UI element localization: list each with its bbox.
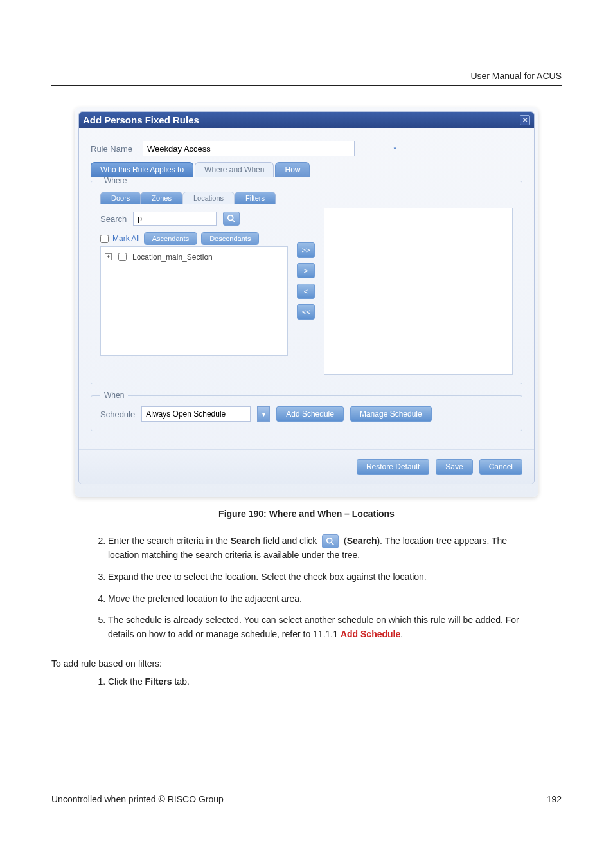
- close-icon[interactable]: ✕: [520, 115, 530, 125]
- schedule-select[interactable]: [141, 406, 251, 422]
- step-3: Expand the tree to select the location. …: [108, 570, 538, 584]
- tree-item-checkbox[interactable]: [118, 253, 127, 261]
- tab-how[interactable]: How: [275, 162, 310, 177]
- svg-point-2: [327, 538, 332, 543]
- where-inner-tabs: Doors Zones Locations Filters: [100, 192, 513, 204]
- schedule-label: Schedule: [100, 410, 135, 419]
- restore-default-button[interactable]: Restore Default: [357, 459, 429, 475]
- move-right-button[interactable]: >: [297, 263, 315, 278]
- inner-tab-filters[interactable]: Filters: [235, 192, 276, 204]
- body-text: To add rule based on filters:: [51, 658, 538, 669]
- tree-item[interactable]: + Location_main_Section: [105, 251, 283, 263]
- step-4: Move the preferred location to the adjac…: [108, 592, 538, 606]
- required-mark: *: [393, 144, 396, 154]
- search-button[interactable]: [223, 212, 240, 226]
- expand-icon[interactable]: +: [105, 253, 112, 260]
- inner-tab-doors[interactable]: Doors: [100, 192, 141, 204]
- manage-schedule-button[interactable]: Manage Schedule: [350, 406, 432, 422]
- move-buttons-column: >> > < <<: [297, 208, 315, 375]
- selected-locations-box[interactable]: [324, 208, 513, 375]
- search-input[interactable]: [133, 212, 217, 226]
- save-button[interactable]: Save: [436, 459, 472, 475]
- cancel-button[interactable]: Cancel: [479, 459, 522, 475]
- steps2-item-1: Click the Filters tab.: [108, 675, 538, 689]
- page-header-right: User Manual for ACUS: [51, 71, 562, 86]
- tab-who[interactable]: Who this Rule Applies to: [91, 162, 193, 177]
- tab-where-when[interactable]: Where and When: [195, 162, 274, 177]
- steps2-list: Click the Filters tab.: [90, 675, 538, 689]
- where-legend: Where: [100, 176, 130, 185]
- move-all-right-button[interactable]: >>: [297, 242, 315, 258]
- when-fieldset: When Schedule ▾ Add Schedule Manage Sche…: [91, 391, 522, 431]
- figure-caption: Figure 190: Where and When – Locations: [51, 509, 562, 519]
- move-left-button[interactable]: <: [297, 284, 315, 299]
- chevron-down-icon: ▾: [262, 411, 265, 418]
- ascendants-button[interactable]: Ascendants: [144, 232, 197, 245]
- tree-item-label: Location_main_Section: [132, 253, 213, 262]
- mark-all-checkbox[interactable]: [100, 235, 109, 243]
- page-number: 192: [547, 794, 562, 804]
- dialog-titlebar: Add Persons Fixed Rules ✕: [79, 112, 534, 128]
- footer-left: Uncontrolled when printed © RISCO Group: [51, 794, 224, 804]
- where-fieldset: Where Doors Zones Locations Filters Sear…: [91, 176, 522, 384]
- screenshot-wrapper: Add Persons Fixed Rules ✕ Rule Name * Wh…: [75, 107, 538, 497]
- inner-tab-locations[interactable]: Locations: [182, 192, 235, 204]
- add-schedule-button[interactable]: Add Schedule: [276, 406, 344, 422]
- steps-list: Enter the search criteria in the Search …: [90, 534, 538, 642]
- svg-point-0: [228, 215, 233, 221]
- search-icon: [227, 214, 236, 223]
- rule-name-label: Rule Name: [91, 144, 132, 154]
- step-5: The schedule is already selected. You ca…: [108, 613, 538, 641]
- move-all-left-button[interactable]: <<: [297, 304, 315, 320]
- descendants-button[interactable]: Descendants: [201, 232, 259, 245]
- inline-search-button: [322, 534, 339, 548]
- location-tree-box[interactable]: + Location_main_Section: [100, 246, 288, 356]
- dialog-title: Add Persons Fixed Rules: [83, 114, 199, 125]
- inner-tab-zones[interactable]: Zones: [141, 192, 182, 204]
- mark-all-label: Mark All: [112, 234, 140, 243]
- step-2: Enter the search criteria in the Search …: [108, 534, 538, 563]
- search-label: Search: [100, 214, 127, 224]
- schedule-dropdown-button[interactable]: ▾: [257, 406, 270, 422]
- add-schedule-link[interactable]: Add Schedule: [341, 629, 400, 639]
- dialog-footer: Restore Default Save Cancel: [79, 449, 534, 484]
- svg-line-1: [233, 220, 235, 222]
- svg-line-3: [332, 543, 334, 545]
- outer-tabset: Who this Rule Applies to Where and When …: [91, 161, 522, 176]
- search-icon: [326, 537, 335, 546]
- dialog: Add Persons Fixed Rules ✕ Rule Name * Wh…: [78, 111, 535, 484]
- when-legend: When: [100, 391, 128, 400]
- rule-name-input[interactable]: [143, 141, 355, 156]
- page-footer: Uncontrolled when printed © RISCO Group …: [51, 794, 562, 806]
